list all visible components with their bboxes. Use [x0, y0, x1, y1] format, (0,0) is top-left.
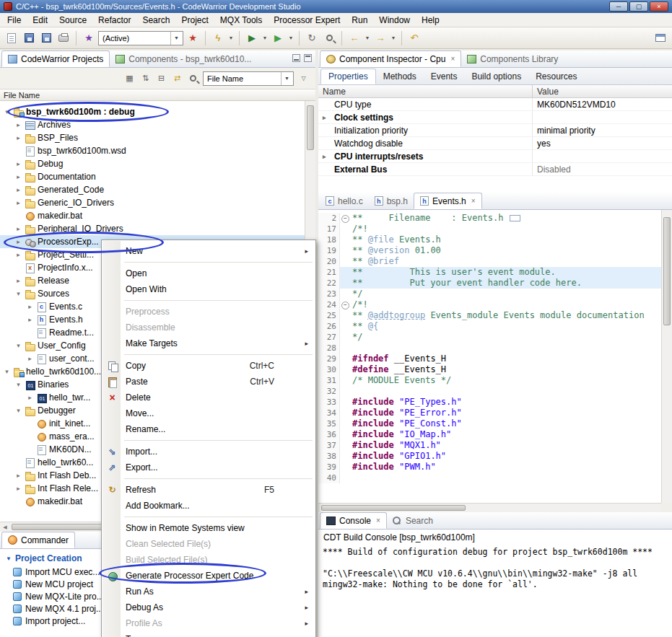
code-line[interactable]: 33#include "PE_Types.h" — [318, 397, 661, 408]
inspector-tab-build-options[interactable]: Build options — [464, 69, 528, 84]
context-menu-item-run-as[interactable]: Run As▸ — [102, 584, 315, 599]
link-editor-icon[interactable]: ⇄ — [171, 72, 183, 84]
inspector-tab-events[interactable]: Events — [424, 69, 465, 84]
new-button[interactable] — [4, 30, 19, 46]
tree-item-makedir-bat[interactable]: makedir.bat — [0, 209, 305, 222]
tree-item-generated-code[interactable]: ▸Generated_Code — [0, 183, 305, 196]
file-name-filter-combo[interactable]: File Name ▼ — [203, 71, 294, 86]
tab-commander[interactable]: Commander — [1, 532, 75, 548]
expander-icon[interactable]: ▸ — [26, 316, 34, 323]
expander-icon[interactable]: ▾ — [14, 290, 22, 297]
code-line[interactable]: 24/*! — [318, 299, 661, 310]
code-line[interactable]: 18** @file Events.h — [318, 234, 661, 245]
scrollbar-thumb[interactable] — [321, 505, 466, 511]
tree-item-bsp-twrk60d100m-wsd[interactable]: bsp_twrk60d100m.wsd — [0, 144, 305, 157]
code-line[interactable]: 19** @version 01.00 — [318, 245, 661, 256]
tree-item-bsp-files[interactable]: ▸BSP_Files — [0, 131, 305, 144]
code-line[interactable]: 38#include "GPIO1.h" — [318, 451, 661, 462]
expander-icon[interactable]: ▸ — [26, 355, 34, 362]
inspector-row-cpu-interrupts-resets[interactable]: ▸CPU interrupts/resets — [318, 150, 672, 163]
expander-icon[interactable]: ▸ — [14, 134, 22, 141]
context-menu-item-show-in-remote-systems-view[interactable]: Show in Remote Systems view — [102, 520, 315, 536]
file-name-column-header[interactable]: File Name — [0, 89, 315, 101]
context-menu-item-copy[interactable]: CopyCtrl+C — [102, 358, 315, 374]
tab-components-library[interactable]: Components Library — [461, 50, 564, 67]
expander-icon[interactable]: ▸ — [14, 121, 22, 128]
code-line[interactable]: 23*/ — [318, 289, 661, 299]
menu-mqx-tools[interactable]: MQX Tools — [214, 14, 268, 27]
debug-button[interactable]: ▶ — [244, 30, 260, 46]
forward-button[interactable]: → — [372, 30, 388, 46]
editor-vertical-scrollbar[interactable] — [661, 210, 672, 503]
inspector-row-initialization-priority[interactable]: Initialization priorityminimal priority — [318, 124, 672, 137]
last-edit-button[interactable]: ↶ — [406, 30, 422, 46]
maximize-button[interactable]: ▢ — [629, 1, 648, 12]
expander-icon[interactable]: ▸ — [14, 199, 22, 206]
close-icon[interactable]: × — [450, 55, 455, 63]
expander-icon[interactable]: ▸ — [14, 277, 22, 284]
close-icon[interactable]: × — [376, 517, 380, 524]
context-menu-item-generate-processor-expert-code[interactable]: Generate Processor Expert Code — [102, 568, 315, 584]
code-line[interactable]: 36#include "IO_Map.h" — [318, 429, 661, 440]
inspector-row-cpu-type[interactable]: CPU typeMK60DN512VMD10 — [318, 98, 672, 111]
code-line[interactable]: 26** @{ — [318, 321, 661, 332]
editor-tab-events-h[interactable]: hEvents.h× — [414, 193, 482, 209]
expander-icon[interactable]: ▸ — [14, 251, 22, 258]
code-line[interactable]: 17/*! — [318, 224, 661, 234]
column-name[interactable]: Name — [318, 85, 532, 97]
expander-icon[interactable]: ▸ — [14, 238, 22, 245]
context-menu-item-paste[interactable]: PasteCtrl+V — [102, 374, 315, 390]
code-line[interactable]: 30#define __Events_H — [318, 364, 661, 375]
code-line[interactable]: 20** @brief — [318, 256, 661, 267]
expander-icon[interactable]: ▾ — [3, 368, 11, 375]
code-line[interactable]: 34#include "PE_Error.h" — [318, 408, 661, 418]
code-line[interactable]: 39#include "PWM.h" — [318, 462, 661, 473]
code-line[interactable]: 31/* MODULE Events */ — [318, 375, 661, 386]
code-line[interactable]: 32 — [318, 386, 661, 397]
back-button[interactable]: ← — [346, 30, 362, 46]
editor-tab-bsp-h[interactable]: hbsp.h — [369, 193, 414, 209]
column-value[interactable]: Value — [532, 85, 672, 97]
inspector-row-clock-settings[interactable]: ▸Clock settings — [318, 111, 672, 124]
inspector-row-external-bus[interactable]: External BusDisabled — [318, 163, 672, 176]
code-line[interactable]: 27*/ — [318, 332, 661, 343]
maximize-view-icon[interactable] — [304, 54, 312, 62]
flash-programmer-button[interactable]: ϟ — [210, 30, 226, 46]
save-button[interactable] — [21, 30, 37, 46]
expander-icon[interactable]: ▾ — [14, 381, 22, 388]
context-menu-item-open-with[interactable]: Open With — [102, 281, 315, 297]
context-menu-item-team[interactable]: Team▸ — [102, 631, 315, 637]
tree-item-debug[interactable]: ▸Debug — [0, 157, 305, 170]
tab-component-inspector[interactable]: Component Inspector - Cpu × — [320, 50, 461, 67]
flash-dropdown-icon[interactable]: ▼ — [227, 30, 235, 46]
code-line[interactable]: 22** Put your event handler code here. — [318, 278, 661, 289]
focus-icon[interactable] — [187, 72, 199, 84]
code-line[interactable]: 37#include "MQX1.h" — [318, 440, 661, 451]
run-dropdown-icon[interactable]: ▼ — [287, 30, 294, 46]
context-menu-item-refresh[interactable]: ↻RefreshF5 — [102, 482, 315, 498]
menu-processor-expert[interactable]: Processor Expert — [268, 14, 346, 27]
code-line[interactable]: 2** Filename : Events.h — [318, 213, 661, 224]
save-all-button[interactable] — [38, 30, 54, 46]
context-menu-item-export[interactable]: ⇗Export... — [102, 460, 315, 475]
debug-dropdown-icon[interactable]: ▼ — [261, 30, 269, 46]
context-menu-item-add-bookmark[interactable]: Add Bookmark... — [102, 498, 315, 514]
scrollbar-thumb[interactable] — [663, 217, 671, 325]
code-line[interactable]: 21** This is user's event module. — [318, 267, 661, 278]
minimize-button[interactable]: ─ — [609, 1, 628, 12]
fold-marker[interactable] — [340, 213, 349, 224]
expander-icon[interactable]: ▸ — [14, 186, 22, 193]
scroll-left-icon[interactable]: ◀ — [0, 522, 10, 532]
expander-icon[interactable]: ▾ — [3, 108, 11, 115]
view-menu-icon[interactable]: ▽ — [297, 72, 310, 84]
forward-dropdown-icon[interactable]: ▼ — [390, 30, 397, 46]
tab-codewarrior-projects[interactable]: CodeWarrior Projects — [1, 50, 110, 67]
expander-icon[interactable]: ▸ — [26, 303, 34, 310]
context-menu-item-import[interactable]: ⇘Import... — [102, 444, 315, 460]
close-button[interactable]: × — [650, 1, 668, 12]
search-button[interactable] — [321, 30, 337, 46]
minimize-view-icon[interactable] — [292, 54, 300, 62]
expander-icon[interactable]: ▸ — [323, 153, 326, 160]
folded-region-box[interactable] — [510, 215, 520, 221]
processor-expert-button[interactable]: ★ — [185, 30, 201, 46]
